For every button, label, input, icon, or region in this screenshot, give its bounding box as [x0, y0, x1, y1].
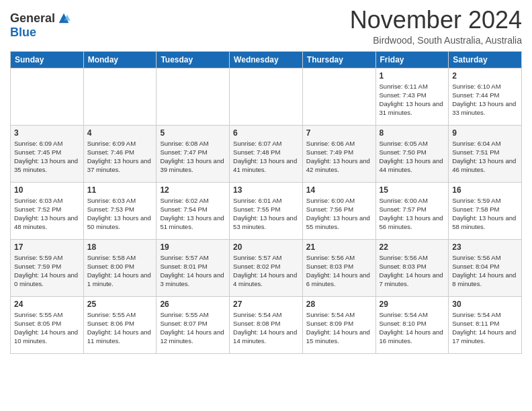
day-number: 30 [452, 300, 518, 309]
day-number: 1 [380, 71, 445, 81]
day-info: Sunrise: 5:55 AM Sunset: 8:06 PM Dayligh… [87, 310, 153, 346]
calendar-cell: 14Sunrise: 6:00 AM Sunset: 7:56 PM Dayli… [302, 182, 375, 239]
weekday-header: Thursday [302, 51, 375, 68]
day-number: 17 [14, 242, 80, 252]
calendar-week-row: 17Sunrise: 5:59 AM Sunset: 7:59 PM Dayli… [11, 239, 522, 296]
day-info: Sunrise: 6:00 AM Sunset: 7:57 PM Dayligh… [380, 196, 445, 232]
day-number: 7 [306, 128, 372, 138]
calendar-week-row: 24Sunrise: 5:55 AM Sunset: 8:05 PM Dayli… [11, 296, 522, 353]
day-info: Sunrise: 5:56 AM Sunset: 8:04 PM Dayligh… [452, 253, 518, 289]
day-info: Sunrise: 6:07 AM Sunset: 7:48 PM Dayligh… [233, 139, 299, 175]
day-number: 26 [160, 300, 226, 309]
day-number: 28 [306, 300, 372, 309]
day-info: Sunrise: 6:06 AM Sunset: 7:49 PM Dayligh… [306, 139, 372, 175]
location-subtitle: Birdwood, South Australia, Australia [350, 35, 522, 46]
logo: General Blue [10, 11, 71, 40]
day-number: 4 [87, 128, 153, 138]
day-info: Sunrise: 5:56 AM Sunset: 8:03 PM Dayligh… [380, 253, 445, 289]
day-number: 25 [87, 300, 153, 309]
day-info: Sunrise: 6:03 AM Sunset: 7:52 PM Dayligh… [14, 196, 80, 232]
calendar-week-row: 1Sunrise: 6:11 AM Sunset: 7:43 PM Daylig… [11, 68, 522, 125]
day-number: 12 [160, 185, 226, 195]
weekday-header: Friday [375, 51, 449, 68]
day-info: Sunrise: 5:54 AM Sunset: 8:08 PM Dayligh… [233, 310, 299, 346]
day-number: 18 [87, 242, 153, 252]
calendar-cell: 8Sunrise: 6:05 AM Sunset: 7:50 PM Daylig… [375, 125, 449, 182]
calendar-cell: 1Sunrise: 6:11 AM Sunset: 7:43 PM Daylig… [375, 68, 449, 125]
weekday-header: Tuesday [157, 51, 230, 68]
day-number: 14 [306, 185, 372, 195]
day-info: Sunrise: 6:09 AM Sunset: 7:46 PM Dayligh… [87, 139, 153, 175]
weekday-header: Saturday [449, 51, 522, 68]
calendar-week-row: 10Sunrise: 6:03 AM Sunset: 7:52 PM Dayli… [11, 182, 522, 239]
calendar-cell: 20Sunrise: 5:57 AM Sunset: 8:02 PM Dayli… [230, 239, 303, 296]
calendar-header-row: SundayMondayTuesdayWednesdayThursdayFrid… [11, 51, 522, 68]
calendar-cell: 13Sunrise: 6:01 AM Sunset: 7:55 PM Dayli… [230, 182, 303, 239]
day-number: 20 [233, 242, 299, 252]
calendar-cell: 12Sunrise: 6:02 AM Sunset: 7:54 PM Dayli… [157, 182, 230, 239]
calendar-cell: 2Sunrise: 6:10 AM Sunset: 7:44 PM Daylig… [449, 68, 522, 125]
day-number: 21 [306, 242, 372, 252]
day-info: Sunrise: 5:57 AM Sunset: 8:01 PM Dayligh… [160, 253, 226, 289]
calendar-cell: 5Sunrise: 6:08 AM Sunset: 7:47 PM Daylig… [157, 125, 230, 182]
calendar-cell [302, 68, 375, 125]
day-info: Sunrise: 5:54 AM Sunset: 8:10 PM Dayligh… [380, 310, 445, 346]
calendar-cell: 22Sunrise: 5:56 AM Sunset: 8:03 PM Dayli… [375, 239, 449, 296]
day-info: Sunrise: 5:58 AM Sunset: 8:00 PM Dayligh… [87, 253, 153, 289]
calendar-week-row: 3Sunrise: 6:09 AM Sunset: 7:45 PM Daylig… [11, 125, 522, 182]
day-info: Sunrise: 6:08 AM Sunset: 7:47 PM Dayligh… [160, 139, 226, 175]
calendar-cell [157, 68, 230, 125]
day-number: 5 [160, 128, 226, 138]
weekday-header: Monday [83, 51, 157, 68]
calendar-cell: 17Sunrise: 5:59 AM Sunset: 7:59 PM Dayli… [11, 239, 84, 296]
day-number: 6 [233, 128, 299, 138]
day-info: Sunrise: 5:54 AM Sunset: 8:11 PM Dayligh… [452, 310, 518, 346]
calendar-cell: 26Sunrise: 5:55 AM Sunset: 8:07 PM Dayli… [157, 296, 230, 353]
calendar-cell: 27Sunrise: 5:54 AM Sunset: 8:08 PM Dayli… [230, 296, 303, 353]
logo-general-text: General [10, 11, 55, 26]
day-number: 24 [14, 300, 80, 309]
day-number: 10 [14, 185, 80, 195]
day-info: Sunrise: 5:54 AM Sunset: 8:09 PM Dayligh… [306, 310, 372, 346]
weekday-header: Wednesday [230, 51, 303, 68]
calendar-cell [11, 68, 84, 125]
calendar-cell: 16Sunrise: 5:59 AM Sunset: 7:58 PM Dayli… [449, 182, 522, 239]
calendar-cell: 4Sunrise: 6:09 AM Sunset: 7:46 PM Daylig… [83, 125, 157, 182]
month-title: November 2024 [350, 7, 522, 34]
calendar-cell: 23Sunrise: 5:56 AM Sunset: 8:04 PM Dayli… [449, 239, 522, 296]
calendar-cell: 19Sunrise: 5:57 AM Sunset: 8:01 PM Dayli… [157, 239, 230, 296]
calendar-cell [230, 68, 303, 125]
day-number: 3 [14, 128, 80, 138]
calendar-cell: 29Sunrise: 5:54 AM Sunset: 8:10 PM Dayli… [375, 296, 449, 353]
calendar-cell: 10Sunrise: 6:03 AM Sunset: 7:52 PM Dayli… [11, 182, 84, 239]
calendar-cell [83, 68, 157, 125]
day-info: Sunrise: 6:01 AM Sunset: 7:55 PM Dayligh… [233, 196, 299, 232]
day-info: Sunrise: 6:02 AM Sunset: 7:54 PM Dayligh… [160, 196, 226, 232]
day-info: Sunrise: 6:05 AM Sunset: 7:50 PM Dayligh… [380, 139, 445, 175]
calendar-cell: 3Sunrise: 6:09 AM Sunset: 7:45 PM Daylig… [11, 125, 84, 182]
day-number: 8 [380, 128, 445, 138]
day-info: Sunrise: 5:57 AM Sunset: 8:02 PM Dayligh… [233, 253, 299, 289]
calendar-table: SundayMondayTuesdayWednesdayThursdayFrid… [10, 51, 522, 354]
calendar-cell: 9Sunrise: 6:04 AM Sunset: 7:51 PM Daylig… [449, 125, 522, 182]
day-number: 29 [380, 300, 445, 309]
calendar-cell: 28Sunrise: 5:54 AM Sunset: 8:09 PM Dayli… [302, 296, 375, 353]
day-info: Sunrise: 6:04 AM Sunset: 7:51 PM Dayligh… [452, 139, 518, 175]
calendar-cell: 25Sunrise: 5:55 AM Sunset: 8:06 PM Dayli… [83, 296, 157, 353]
day-info: Sunrise: 5:56 AM Sunset: 8:03 PM Dayligh… [306, 253, 372, 289]
day-number: 22 [380, 242, 445, 252]
calendar-cell: 18Sunrise: 5:58 AM Sunset: 8:00 PM Dayli… [83, 239, 157, 296]
weekday-header: Sunday [11, 51, 84, 68]
day-number: 15 [380, 185, 445, 195]
day-number: 13 [233, 185, 299, 195]
day-info: Sunrise: 6:00 AM Sunset: 7:56 PM Dayligh… [306, 196, 372, 232]
day-number: 2 [452, 71, 518, 81]
day-info: Sunrise: 6:10 AM Sunset: 7:44 PM Dayligh… [452, 82, 518, 118]
day-number: 11 [87, 185, 153, 195]
day-info: Sunrise: 5:59 AM Sunset: 7:59 PM Dayligh… [14, 253, 80, 289]
day-number: 27 [233, 300, 299, 309]
calendar-cell: 6Sunrise: 6:07 AM Sunset: 7:48 PM Daylig… [230, 125, 303, 182]
day-info: Sunrise: 6:03 AM Sunset: 7:53 PM Dayligh… [87, 196, 153, 232]
day-number: 19 [160, 242, 226, 252]
day-info: Sunrise: 6:09 AM Sunset: 7:45 PM Dayligh… [14, 139, 80, 175]
